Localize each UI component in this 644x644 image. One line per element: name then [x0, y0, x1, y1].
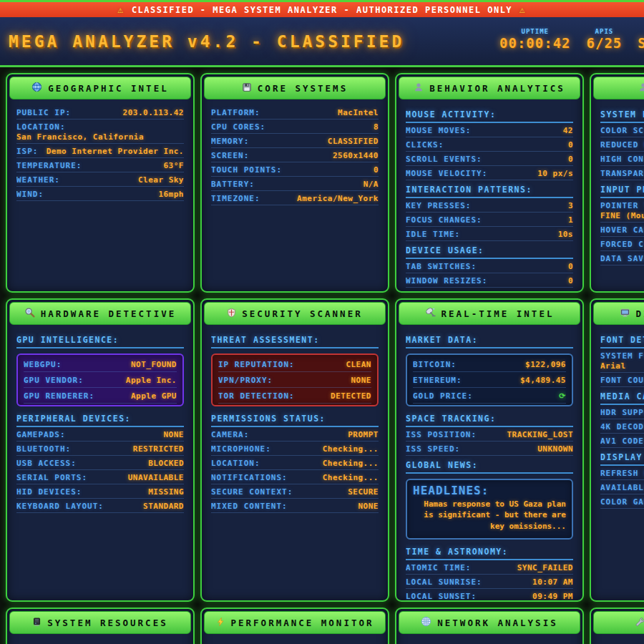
data-row: MOUSE VELOCITY:10 px/s	[406, 166, 573, 180]
data-row: HOVER CAPABLE:	[600, 223, 644, 237]
data-row: ISS SPEED:UNKNOWN	[406, 441, 573, 456]
row-label: COLOR GAMUT:	[600, 497, 644, 507]
floppy-icon	[242, 82, 252, 94]
panel-behavior-analytics: BEHAVIOR ANALYTICSMOUSE ACTIVITY:MOUSE M…	[395, 73, 584, 293]
data-row: POINTER TYPE:FINE (Mouse)	[600, 198, 644, 223]
section-header: SYSTEM PREFERENCES:	[600, 106, 644, 123]
panel-body: MARKET DATA:BITCOIN:$122,096ETHEREUM:$4,…	[399, 325, 580, 602]
row-label: VPN/PROXY:	[218, 376, 273, 385]
data-row: TEMPERATURE:63°F	[16, 158, 184, 172]
row-label: KEYBOARD LAYOUT:	[16, 502, 104, 511]
person-icon	[638, 82, 644, 94]
panel-header: HARDWARE DETECTIVE	[9, 302, 191, 325]
row-value: NONE	[164, 430, 185, 439]
news-label: HEADLINES:	[413, 484, 489, 497]
data-row: WEATHER:Clear Sky	[16, 172, 184, 187]
data-row: CLICKS:0	[406, 137, 573, 152]
data-row: ETHEREUM:$4,489.45	[413, 372, 566, 388]
panel-body	[593, 634, 644, 644]
panel-geographic-intel: GEOGRAPHIC INTELPUBLIC IP:203.0.113.42LO…	[6, 73, 195, 293]
data-row: IDLE TIME:10s	[406, 227, 573, 241]
row-label: SECURE CONTEXT:	[211, 487, 293, 497]
panel-body: MOUSE ACTIVITY:MOUSE MOVES:42CLICKS:0SCR…	[399, 99, 580, 292]
data-row: ISS POSITION:TRACKING_LOST	[406, 427, 573, 441]
row-label: COLOR SCHEME:	[600, 126, 644, 135]
row-label: SCREEN:	[211, 151, 249, 160]
data-row: TOR DETECTION:DETECTED	[218, 388, 371, 404]
page-title: MEGA ANALYZER v4.2 - CLASSIFIED	[9, 32, 404, 51]
data-row: KEYBOARD LAYOUT:STANDARD	[16, 499, 184, 513]
row-value: SYNC_FAILED	[517, 563, 573, 572]
row-label: BATTERY:	[211, 180, 255, 189]
market-data-box: BITCOIN:$122,096ETHEREUM:$4,489.45GOLD P…	[406, 353, 573, 406]
data-row: TIMEZONE:America/New_York	[211, 191, 379, 205]
row-value: 10 px/s	[537, 169, 573, 178]
row-value: 3	[568, 201, 573, 210]
row-label: IDLE TIME:	[406, 230, 460, 239]
row-value: NONE	[358, 502, 379, 511]
row-label: AVAILABLE RES:	[600, 483, 644, 492]
row-label: SCROLL EVENTS:	[406, 155, 482, 164]
row-label: AV1 CODEC:	[600, 436, 644, 446]
row-label: TOR DETECTION:	[218, 391, 295, 401]
section-header: PERIPHERAL DEVICES:	[16, 410, 184, 427]
row-label: FORCED COLORS:	[600, 240, 644, 249]
panel-header: REAL-TIME INTEL	[399, 302, 580, 325]
row-value: 0	[568, 155, 573, 164]
data-row: USB ACCESS:BLOCKED	[16, 456, 184, 470]
panel-body	[204, 634, 386, 644]
row-value: 0	[568, 262, 573, 271]
row-label: TRANSPARENCY:	[600, 169, 644, 178]
data-row: NOTIFICATIONS:Checking...	[211, 470, 379, 484]
panel-title: SYSTEM RESOURCES	[47, 618, 167, 628]
panel-security-scanner: SECURITY SCANNERTHREAT ASSESSMENT:IP REP…	[200, 298, 389, 602]
row-label: HOVER CAPABLE:	[600, 225, 644, 235]
row-value: CLASSIFIED	[328, 137, 379, 146]
section-header: TIME & ASTRONOMY:	[406, 543, 573, 560]
gpu-info-box: WEBGPU:NOT_FOUNDGPU VENDOR:Apple Inc.GPU…	[16, 353, 184, 406]
panel-header: BEHAVIOR ANALYTICS	[399, 77, 580, 99]
row-label: GOLD PRICE:	[413, 391, 473, 401]
data-row: LOCATION:Checking...	[211, 456, 379, 470]
row-value: 42	[563, 126, 573, 135]
row-label: MEMORY:	[211, 137, 249, 146]
panel-title: HARDWARE DETECTIVE	[41, 308, 176, 319]
data-row: CAMERA:PROMPT	[211, 427, 379, 441]
panel-core-systems: CORE SYSTEMSPLATFORM:MacIntelCPU CORES:8…	[200, 73, 389, 293]
panel-fingerprint: FINGERPRINT	[590, 608, 644, 644]
row-value: Apple Inc.	[126, 376, 177, 385]
row-label: SYSTEM FONT:	[600, 351, 644, 361]
data-row: CPU CORES:8	[211, 119, 379, 134]
row-value: 10:07 AM	[532, 577, 573, 587]
uptime-label: UPTIME	[522, 28, 550, 35]
row-label: LOCAL SUNSET:	[406, 592, 477, 601]
row-label: KEY PRESSES:	[406, 201, 471, 210]
panel-header: CORE SYSTEMS	[204, 77, 386, 99]
row-value: 1	[568, 215, 573, 225]
row-value: Clear Sky	[138, 175, 184, 185]
row-value: UNKNOWN	[537, 444, 573, 454]
data-row: LOCAL SUNSET:09:49 PM	[406, 589, 573, 602]
shield-icon	[227, 308, 236, 320]
section-header: SPACE TRACKING:	[406, 410, 573, 427]
data-row: LOCAL SUNRISE:10:07 AM	[406, 575, 573, 589]
data-row: TOUCH POINTS:0	[211, 162, 379, 177]
data-row: SECURE CONTEXT:SECURE	[211, 484, 379, 499]
data-row: TRANSPARENCY:	[600, 166, 644, 180]
row-value: MacIntel	[338, 108, 379, 117]
panel-title: BEHAVIOR ANALYTICS	[429, 83, 565, 94]
row-value: N/A	[364, 180, 379, 189]
row-label: ISP:	[16, 147, 39, 156]
row-value: 203.0.113.42	[123, 108, 184, 117]
row-value: BLOCKED	[148, 459, 184, 468]
row-value: TRACKING_LOST	[507, 430, 573, 439]
panel-header: PERFORMANCE MONITOR	[204, 611, 386, 634]
data-row: WEBGPU:NOT_FOUND	[24, 356, 177, 372]
section-header: PERMISSIONS STATUS:	[211, 410, 379, 427]
row-label: WEATHER:	[16, 175, 60, 185]
row-value: Checking...	[323, 444, 379, 454]
panel-display-media: DISPLAY & MEDIAFONT DETECTION:SYSTEM FON…	[590, 298, 644, 602]
row-label: SERIAL PORTS:	[16, 473, 87, 482]
data-row: BATTERY:N/A	[211, 177, 379, 191]
row-value: PROMPT	[348, 430, 379, 439]
